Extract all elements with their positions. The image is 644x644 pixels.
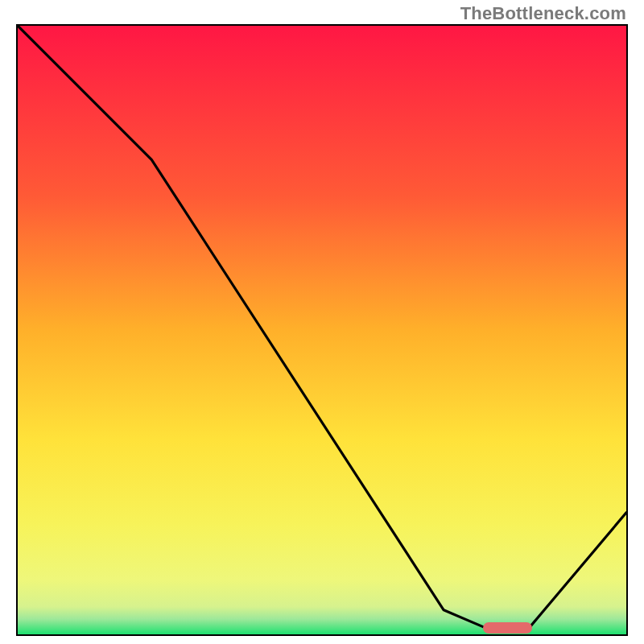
- watermark-text: TheBottleneck.com: [460, 3, 626, 24]
- chart-svg: [18, 26, 626, 634]
- chart-frame: [16, 24, 628, 636]
- optimal-range-marker: [483, 622, 532, 634]
